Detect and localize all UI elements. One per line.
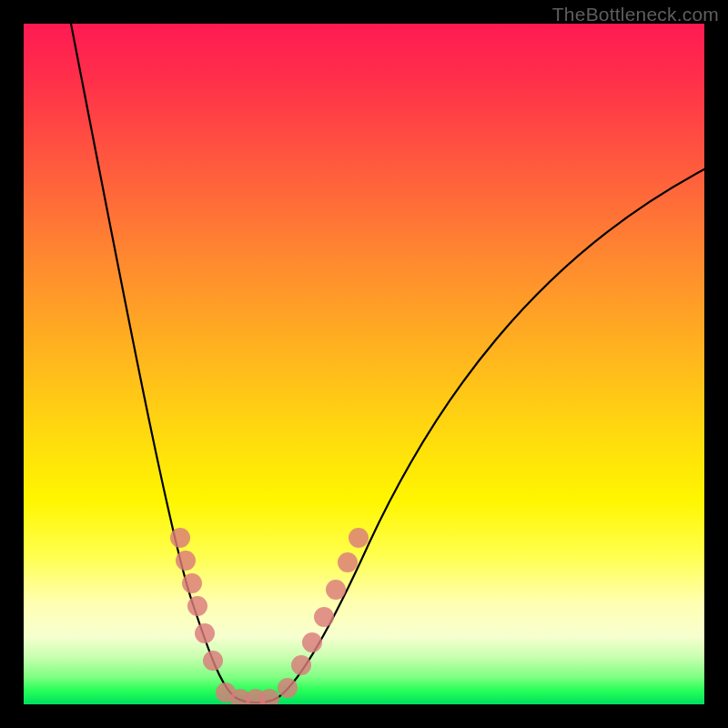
curve-marker [326,580,346,600]
curve-layer [24,24,704,704]
curve-marker [195,623,215,643]
curve-marker [302,632,322,652]
watermark-text: TheBottleneck.com [552,4,719,25]
curve-marker [170,528,190,548]
curve-marker [187,596,207,616]
curve-marker [338,552,358,572]
curve-marker [314,607,334,627]
curve-marker [176,551,196,571]
curve-marker [278,678,298,698]
chart-frame: TheBottleneck.com [0,0,728,728]
marker-group [170,528,369,704]
bottleneck-curve [71,24,704,703]
curve-marker [349,528,369,548]
curve-marker [259,689,279,704]
curve-marker [182,573,202,593]
curve-marker [203,651,223,671]
curve-marker [291,655,311,675]
plot-area [24,24,704,704]
